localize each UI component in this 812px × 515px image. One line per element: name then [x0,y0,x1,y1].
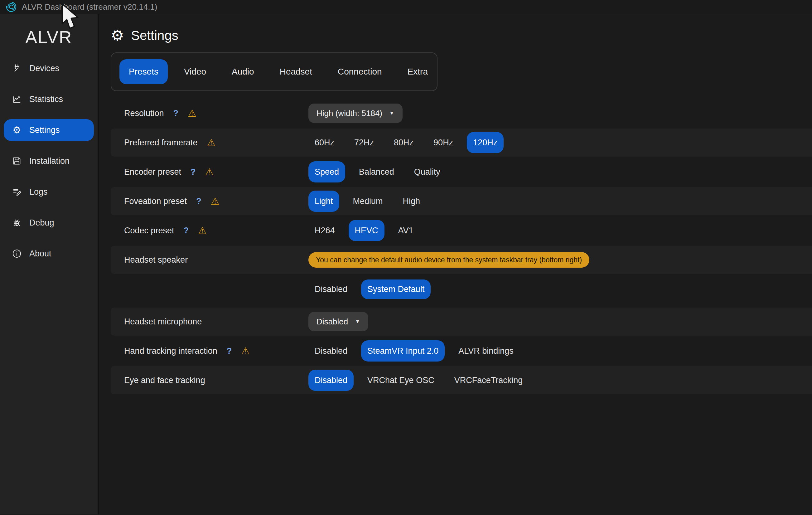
option-120hz[interactable]: 120Hz [467,132,503,153]
setting-label: Codec preset [124,226,174,235]
sidebar-item-logs[interactable]: Logs [4,181,94,203]
sidebar-item-debug[interactable]: Debug [4,212,94,234]
sidebar-item-label: Debug [29,218,54,228]
option-60hz[interactable]: 60Hz [309,132,341,153]
option-disabled[interactable]: Disabled [309,370,354,391]
setting-label: Headset speaker [124,255,188,265]
option-alvr-bindings[interactable]: ALVR bindings [452,340,520,362]
bug-icon [11,218,23,228]
main-panel: ⚙ Settings Presets Video Audio Headset C… [98,15,812,514]
help-icon[interactable]: ? [196,197,201,206]
sidebar-item-settings[interactable]: ⚙ Settings [4,119,94,141]
sidebar-item-label: Logs [29,187,48,197]
option-hevc[interactable]: HEVC [349,220,384,241]
option-h264[interactable]: H264 [309,220,341,241]
sidebar-item-label: Settings [29,125,60,135]
alvr-logo-text: ALVR [0,27,97,47]
option-medium[interactable]: Medium [347,191,389,212]
sidebar-nav: Devices Statistics ⚙ Settings Installati… [0,57,97,264]
sidebar-item-devices[interactable]: Devices [4,57,94,79]
option-steamvr-input-2[interactable]: SteamVR Input 2.0 [361,340,445,362]
setting-row-resolution: Resolution ? ⚠ High (width: 5184) ▼ [111,99,812,127]
resolution-dropdown[interactable]: High (width: 5184) ▼ [309,104,403,123]
title-bar: ALVR Dashboard (streamer v20.14.1) [0,0,812,15]
setting-row-codec-preset: Codec preset ? ⚠ H264 HEVC AV1 [111,217,812,245]
setting-label: Foveation preset [124,197,187,206]
warning-icon: ⚠ [211,197,220,206]
setting-label: Headset microphone [124,317,202,326]
audio-device-notice: You can change the default audio device … [309,252,589,268]
setting-row-eye-face-tracking: Eye and face tracking Disabled VRChat Ey… [111,366,812,394]
info-icon [11,249,23,259]
setting-row-preferred-framerate: Preferred framerate ⚠ 60Hz 72Hz 80Hz 90H… [111,128,812,156]
help-icon[interactable]: ? [191,167,196,177]
sidebar-item-installation[interactable]: Installation [4,150,94,172]
option-vrcfacetracking[interactable]: VRCFaceTracking [448,370,529,391]
setting-label: Eye and face tracking [124,376,205,385]
gear-icon: ⚙ [111,28,124,43]
option-balanced[interactable]: Balanced [353,161,400,182]
page-title: Settings [131,28,178,43]
tab-extra[interactable]: Extra [398,59,437,84]
option-av1[interactable]: AV1 [392,220,420,241]
setting-label: Hand tracking interaction [124,346,218,356]
sidebar-item-label: Statistics [29,94,63,104]
sidebar-item-statistics[interactable]: Statistics [4,88,94,110]
setting-label: Resolution [124,109,164,118]
warning-icon: ⚠ [188,109,197,118]
plug-icon [11,63,23,73]
help-icon[interactable]: ? [227,346,232,356]
settings-list: Resolution ? ⚠ High (width: 5184) ▼ Pref… [111,99,812,394]
tab-audio[interactable]: Audio [222,59,263,84]
warning-icon: ⚠ [207,138,216,147]
warning-icon: ⚠ [198,226,207,235]
chevron-down-icon: ▼ [355,318,360,325]
option-system-default[interactable]: System Default [361,280,431,299]
setting-row-headset-speaker-options: Disabled System Default [111,275,812,303]
option-disabled[interactable]: Disabled [309,280,354,299]
setting-row-foveation-preset: Foveation preset ? ⚠ Light Medium High [111,187,812,215]
setting-label: Preferred framerate [124,138,198,147]
option-72hz[interactable]: 72Hz [348,132,380,153]
alvr-logo-icon [6,1,17,12]
option-speed[interactable]: Speed [309,161,345,182]
chart-icon [11,94,23,104]
sidebar-item-label: About [29,249,52,259]
option-light[interactable]: Light [309,191,339,212]
tab-connection[interactable]: Connection [328,59,392,84]
window-title: ALVR Dashboard (streamer v20.14.1) [22,2,157,12]
option-quality[interactable]: Quality [408,161,446,182]
sidebar-item-label: Devices [29,64,59,73]
microphone-dropdown[interactable]: Disabled ▼ [309,312,368,331]
help-icon[interactable]: ? [184,226,189,235]
tab-video[interactable]: Video [175,59,215,84]
setting-row-hand-tracking: Hand tracking interaction ? ⚠ Disabled S… [111,337,812,365]
help-icon[interactable]: ? [173,109,179,118]
setting-row-headset-speaker: Headset speaker You can change the defau… [111,246,812,274]
sidebar-item-about[interactable]: About [4,243,94,264]
tab-bar: Presets Video Audio Headset Connection E… [111,52,437,91]
dropdown-value: Disabled [317,317,348,326]
warning-icon: ⚠ [241,346,250,356]
warning-icon: ⚠ [205,167,214,177]
setting-row-headset-microphone: Headset microphone Disabled ▼ [111,308,812,336]
memo-icon [11,187,23,197]
setting-label: Encoder preset [124,167,181,177]
gear-icon: ⚙ [11,125,23,135]
sidebar: ALVR Devices Statistics ⚙ Settings [0,15,98,514]
floppy-icon [11,156,23,166]
setting-row-encoder-preset: Encoder preset ? ⚠ Speed Balanced Qualit… [111,158,812,186]
option-80hz[interactable]: 80Hz [387,132,420,153]
tab-headset[interactable]: Headset [270,59,321,84]
sidebar-item-label: Installation [29,156,69,166]
option-high[interactable]: High [397,191,427,212]
option-disabled[interactable]: Disabled [309,340,354,362]
option-90hz[interactable]: 90Hz [427,132,459,153]
page-header: ⚙ Settings [111,28,812,43]
chevron-down-icon: ▼ [389,110,395,116]
dropdown-value: High (width: 5184) [317,109,382,118]
option-vrchat-eye-osc[interactable]: VRChat Eye OSC [361,370,441,391]
tab-presets[interactable]: Presets [119,59,168,84]
